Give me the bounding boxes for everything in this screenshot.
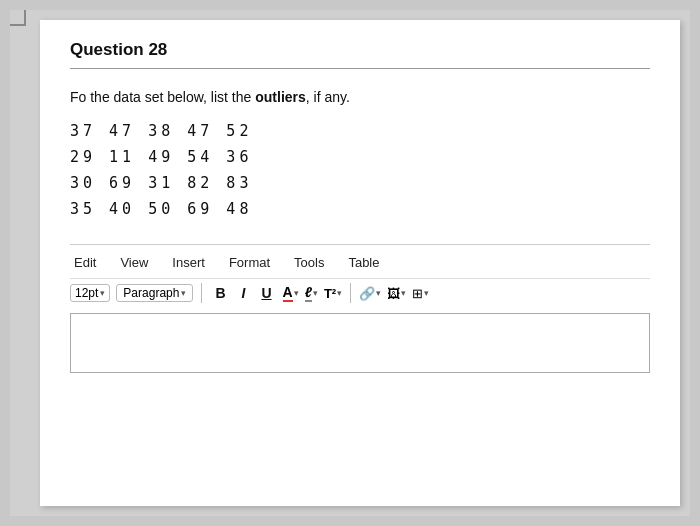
font-color-chevron: ▾ bbox=[294, 288, 299, 298]
superscript-label: T² bbox=[324, 286, 336, 301]
data-row-4: 35 40 50 69 48 bbox=[70, 200, 650, 218]
table-toolbar-chevron: ▾ bbox=[424, 288, 429, 298]
font-size-value: 12pt bbox=[75, 286, 98, 300]
answer-input-box[interactable] bbox=[70, 313, 650, 373]
bold-button[interactable]: B bbox=[210, 283, 230, 303]
page-corner bbox=[10, 10, 26, 26]
toolbar-area: Edit View Insert Format Tools Table 12pt… bbox=[70, 244, 650, 373]
font-color-button[interactable]: A ▾ bbox=[283, 284, 299, 302]
question-bold-word: outliers bbox=[255, 89, 306, 105]
superscript-chevron: ▾ bbox=[337, 288, 342, 298]
table-toolbar-button[interactable]: ⊞ ▾ bbox=[412, 286, 429, 301]
toolbar-divider-1 bbox=[201, 283, 202, 303]
menu-table[interactable]: Table bbox=[344, 253, 383, 272]
menu-bar: Edit View Insert Format Tools Table bbox=[70, 249, 650, 276]
menu-edit[interactable]: Edit bbox=[70, 253, 100, 272]
image-button[interactable]: 🖼 ▾ bbox=[387, 286, 406, 301]
data-row-3: 30 69 31 82 83 bbox=[70, 174, 650, 192]
highlight-label: ℓ bbox=[305, 284, 312, 302]
question-title: Question 28 bbox=[70, 40, 650, 69]
question-text-before: Fo the data set below, list the bbox=[70, 89, 255, 105]
font-size-selector[interactable]: 12pt ▾ bbox=[70, 284, 110, 302]
page-container: Question 28 Fo the data set below, list … bbox=[10, 10, 690, 516]
highlight-button[interactable]: ℓ ▾ bbox=[305, 284, 318, 302]
underline-label: U bbox=[261, 285, 271, 301]
data-row-2: 29 11 49 54 36 bbox=[70, 148, 650, 166]
toolbar-divider-2 bbox=[350, 283, 351, 303]
document-area: Question 28 Fo the data set below, list … bbox=[40, 20, 680, 506]
data-row-1: 37 47 38 47 52 bbox=[70, 122, 650, 140]
underline-button[interactable]: U bbox=[256, 283, 276, 303]
link-icon: 🔗 bbox=[359, 286, 375, 301]
italic-label: I bbox=[242, 285, 246, 301]
paragraph-selector[interactable]: Paragraph ▾ bbox=[116, 284, 193, 302]
question-text: Fo the data set below, list the outliers… bbox=[70, 87, 650, 108]
bold-label: B bbox=[215, 285, 225, 301]
menu-insert[interactable]: Insert bbox=[168, 253, 209, 272]
paragraph-chevron: ▾ bbox=[181, 288, 186, 298]
italic-button[interactable]: I bbox=[237, 283, 251, 303]
link-chevron: ▾ bbox=[376, 288, 381, 298]
menu-view[interactable]: View bbox=[116, 253, 152, 272]
table-icon: ⊞ bbox=[412, 286, 423, 301]
paragraph-label: Paragraph bbox=[123, 286, 179, 300]
image-icon: 🖼 bbox=[387, 286, 400, 301]
superscript-button[interactable]: T² ▾ bbox=[324, 286, 342, 301]
question-text-after: , if any. bbox=[306, 89, 350, 105]
link-button[interactable]: 🔗 ▾ bbox=[359, 286, 381, 301]
menu-tools[interactable]: Tools bbox=[290, 253, 328, 272]
font-color-label: A bbox=[283, 284, 293, 302]
menu-format[interactable]: Format bbox=[225, 253, 274, 272]
font-size-chevron: ▾ bbox=[100, 288, 105, 298]
image-chevron: ▾ bbox=[401, 288, 406, 298]
highlight-chevron: ▾ bbox=[313, 288, 318, 298]
format-toolbar: 12pt ▾ Paragraph ▾ B I U bbox=[70, 278, 650, 311]
